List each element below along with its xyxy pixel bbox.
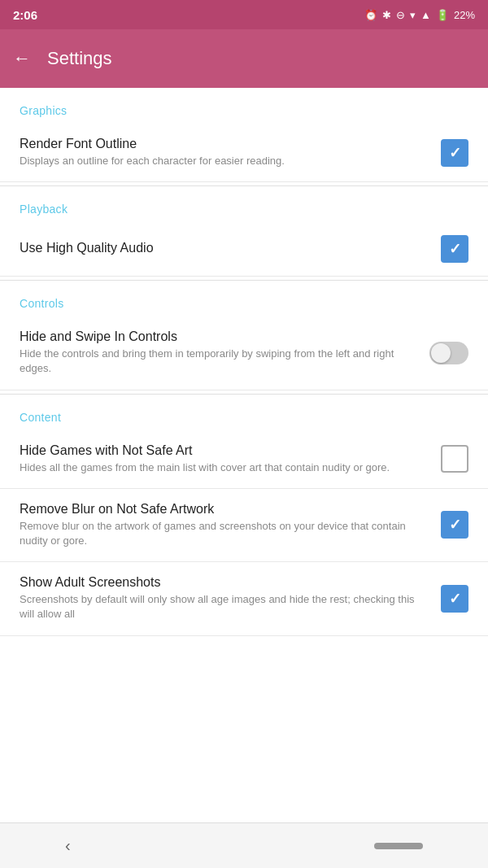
setting-remove-blur-not-safe: Remove Blur on Not Safe Artwork Remove b… xyxy=(0,489,488,562)
battery-percent: 22% xyxy=(454,9,475,21)
section-playback: Playback Use High Quality Audio xyxy=(0,186,488,280)
setting-title-high-quality-audio: Use High Quality Audio xyxy=(20,241,428,255)
section-content: Content Hide Games with Not Safe Art Hid… xyxy=(0,395,488,639)
alarm-icon: ⏰ xyxy=(364,9,377,21)
signal-icon: ▲ xyxy=(420,9,431,21)
setting-title-render-font-outline: Render Font Outline xyxy=(20,137,428,151)
setting-title-hide-swipe-controls: Hide and Swipe In Controls xyxy=(20,329,416,344)
setting-high-quality-audio: Use High Quality Audio xyxy=(0,222,488,277)
toolbar: ← Settings xyxy=(0,29,488,88)
status-time: 2:06 xyxy=(13,8,37,22)
setting-render-font-outline: Render Font Outline Displays an outline … xyxy=(0,124,488,182)
bottom-nav: ‹ xyxy=(0,822,488,868)
toggle-hide-swipe-controls[interactable] xyxy=(429,342,468,364)
setting-hide-games-not-safe: Hide Games with Not Safe Art Hides all t… xyxy=(0,430,488,489)
section-header-playback: Playback xyxy=(0,186,488,222)
section-graphics: Graphics Render Font Outline Displays an… xyxy=(0,88,488,185)
setting-hide-swipe-controls: Hide and Swipe In Controls Hide the cont… xyxy=(0,316,488,390)
checkbox-remove-blur-not-safe[interactable] xyxy=(441,511,468,539)
setting-title-show-adult-screenshots: Show Adult Screenshots xyxy=(20,575,428,590)
checkbox-show-adult-screenshots[interactable] xyxy=(441,585,468,613)
section-controls: Controls Hide and Swipe In Controls Hide… xyxy=(0,281,488,393)
nav-pill xyxy=(374,843,423,849)
bluetooth-icon: ✱ xyxy=(382,9,391,21)
checkbox-high-quality-audio[interactable] xyxy=(441,235,468,263)
settings-content: Graphics Render Font Outline Displays an… xyxy=(0,88,488,639)
nav-back-button[interactable]: ‹ xyxy=(65,836,71,855)
setting-title-hide-games-not-safe: Hide Games with Not Safe Art xyxy=(20,443,428,458)
status-icons: ⏰ ✱ ⊖ ▾ ▲ 🔋 22% xyxy=(364,9,475,21)
setting-desc-render-font-outline: Displays an outline for each character f… xyxy=(20,154,428,168)
setting-desc-hide-games-not-safe: Hides all the games from the main list w… xyxy=(20,460,428,475)
setting-title-remove-blur-not-safe: Remove Blur on Not Safe Artwork xyxy=(20,502,428,517)
checkbox-render-font-outline[interactable] xyxy=(441,139,468,167)
setting-show-adult-screenshots: Show Adult Screenshots Screenshots by de… xyxy=(0,562,488,635)
setting-desc-show-adult-screenshots: Screenshots by default will only show al… xyxy=(20,592,428,622)
section-header-controls: Controls xyxy=(0,281,488,316)
setting-desc-hide-swipe-controls: Hide the controls and bring them in temp… xyxy=(20,347,416,376)
checkbox-hide-games-not-safe[interactable] xyxy=(441,445,468,473)
dnd-icon: ⊖ xyxy=(396,9,405,21)
section-header-graphics: Graphics xyxy=(0,88,488,124)
wifi-icon: ▾ xyxy=(410,9,416,21)
section-header-content: Content xyxy=(0,395,488,430)
battery-icon: 🔋 xyxy=(436,9,449,21)
setting-desc-remove-blur-not-safe: Remove blur on the artwork of games and … xyxy=(20,519,428,548)
status-bar: 2:06 ⏰ ✱ ⊖ ▾ ▲ 🔋 22% xyxy=(0,0,488,29)
back-button[interactable]: ← xyxy=(13,48,31,69)
page-title: Settings xyxy=(47,48,112,69)
